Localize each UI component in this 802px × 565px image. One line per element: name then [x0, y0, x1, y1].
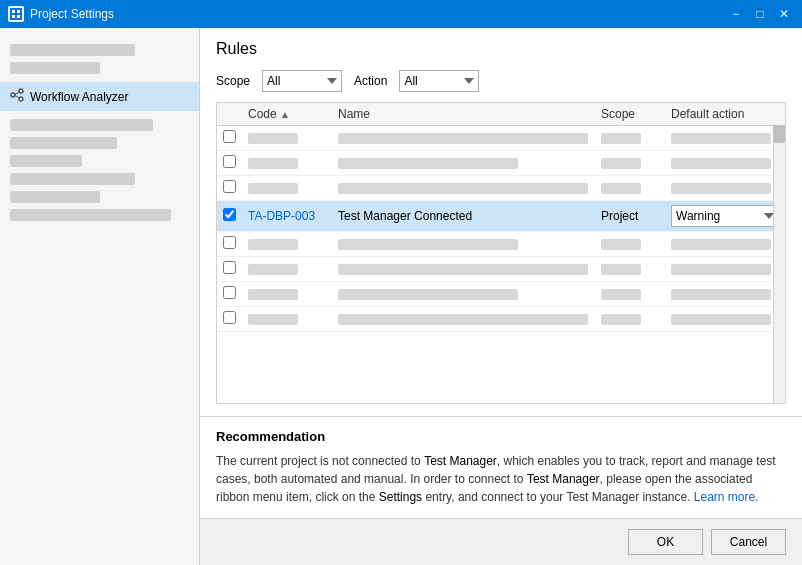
- workflow-icon: [10, 88, 24, 105]
- scope-cell: [595, 232, 665, 257]
- row-checkbox-cell[interactable]: [217, 232, 242, 257]
- row-checkbox-cell[interactable]: [217, 176, 242, 201]
- sidebar-placeholder: [10, 62, 100, 74]
- scope-select[interactable]: All Project Activity: [262, 70, 342, 92]
- code-placeholder: [248, 264, 298, 275]
- rec-text-final: entry, and connect to your Test Manager …: [422, 490, 690, 504]
- scope-cell: [595, 257, 665, 282]
- sidebar-placeholder: [10, 119, 153, 131]
- warning-select[interactable]: Warning Error Info Verbose: [671, 205, 779, 227]
- ok-button[interactable]: OK: [628, 529, 703, 555]
- col-header-scope: Scope: [595, 103, 665, 126]
- name-placeholder: [338, 133, 588, 144]
- row-checkbox-cell[interactable]: [217, 307, 242, 332]
- scope-placeholder: [601, 264, 641, 275]
- row-checkbox[interactable]: [223, 286, 236, 299]
- name-cell: [332, 307, 595, 332]
- scope-placeholder: [601, 158, 641, 169]
- name-cell-active: Test Manager Connected: [332, 201, 595, 232]
- row-checkbox-cell[interactable]: [217, 201, 242, 232]
- row-checkbox-cell[interactable]: [217, 257, 242, 282]
- learn-more-link[interactable]: Learn more.: [694, 490, 759, 504]
- name-cell: [332, 126, 595, 151]
- row-checkbox-cell[interactable]: [217, 126, 242, 151]
- scrollbar[interactable]: [773, 103, 785, 403]
- name-cell: [332, 257, 595, 282]
- svg-line-9: [15, 96, 19, 99]
- name-placeholder: [338, 289, 518, 300]
- rules-title: Rules: [216, 40, 786, 58]
- svg-line-8: [15, 92, 19, 95]
- row-checkbox-checked[interactable]: [223, 208, 236, 221]
- row-checkbox-cell[interactable]: [217, 151, 242, 176]
- rec-highlight-2: Test Manager: [527, 472, 600, 486]
- sidebar-placeholder: [10, 155, 82, 167]
- action-cell-active[interactable]: Warning Error Info Verbose: [665, 201, 785, 232]
- table-row: [217, 307, 785, 332]
- maximize-button[interactable]: □: [750, 4, 770, 24]
- table-row: [217, 176, 785, 201]
- recommendation-box: Recommendation The current project is no…: [200, 416, 802, 518]
- svg-rect-2: [17, 10, 20, 13]
- row-checkbox[interactable]: [223, 261, 236, 274]
- row-checkbox-cell[interactable]: [217, 282, 242, 307]
- name-cell: [332, 232, 595, 257]
- code-placeholder: [248, 314, 298, 325]
- rec-text-before: The current project is not connected to: [216, 454, 424, 468]
- col-header-checkbox: [217, 103, 242, 126]
- action-cell: [665, 151, 785, 176]
- action-select[interactable]: All Warning Error Info: [399, 70, 479, 92]
- col-header-code: Code ▲: [242, 103, 332, 126]
- rec-highlight-3: Settings: [379, 490, 422, 504]
- action-cell: [665, 282, 785, 307]
- scope-placeholder: [601, 183, 641, 194]
- row-checkbox[interactable]: [223, 130, 236, 143]
- row-checkbox[interactable]: [223, 236, 236, 249]
- name-cell: [332, 151, 595, 176]
- name-placeholder: [338, 158, 518, 169]
- sidebar-placeholder: [10, 191, 100, 203]
- svg-point-7: [19, 97, 23, 101]
- action-placeholder: [671, 264, 771, 275]
- code-cell: [242, 176, 332, 201]
- table-row: [217, 232, 785, 257]
- svg-rect-3: [12, 15, 15, 18]
- sidebar-placeholder: [10, 173, 135, 185]
- cancel-button[interactable]: Cancel: [711, 529, 786, 555]
- name-placeholder: [338, 183, 588, 194]
- action-placeholder: [671, 158, 771, 169]
- row-checkbox[interactable]: [223, 180, 236, 193]
- close-button[interactable]: ✕: [774, 4, 794, 24]
- svg-rect-0: [10, 8, 22, 20]
- svg-rect-1: [12, 10, 15, 13]
- code-placeholder: [248, 289, 298, 300]
- table-row-selected[interactable]: TA-DBP-003 Test Manager Connected Projec…: [217, 201, 785, 232]
- sidebar-placeholder: [10, 137, 117, 149]
- name-cell: [332, 282, 595, 307]
- sidebar-placeholder: [10, 44, 135, 56]
- code-cell: [242, 307, 332, 332]
- action-cell: [665, 232, 785, 257]
- scope-placeholder: [601, 133, 641, 144]
- code-cell: [242, 282, 332, 307]
- action-cell: [665, 257, 785, 282]
- rule-code-link[interactable]: TA-DBP-003: [248, 209, 315, 223]
- minimize-button[interactable]: −: [726, 4, 746, 24]
- name-placeholder: [338, 239, 518, 250]
- rules-table-wrapper: Code ▲ Name Scope Default action: [216, 102, 786, 404]
- sidebar-item-workflow-analyzer[interactable]: Workflow Analyzer: [0, 82, 199, 111]
- code-placeholder: [248, 158, 298, 169]
- row-checkbox[interactable]: [223, 311, 236, 324]
- code-cell-active: TA-DBP-003: [242, 201, 332, 232]
- rules-section: Rules Scope All Project Activity Action …: [200, 28, 802, 416]
- code-cell: [242, 126, 332, 151]
- row-checkbox[interactable]: [223, 155, 236, 168]
- scope-cell: [595, 282, 665, 307]
- code-cell: [242, 257, 332, 282]
- sidebar: Workflow Analyzer: [0, 28, 200, 565]
- scope-cell: [595, 126, 665, 151]
- scope-cell: [595, 307, 665, 332]
- scope-placeholder: [601, 314, 641, 325]
- action-placeholder: [671, 133, 771, 144]
- window-title: Project Settings: [30, 7, 114, 21]
